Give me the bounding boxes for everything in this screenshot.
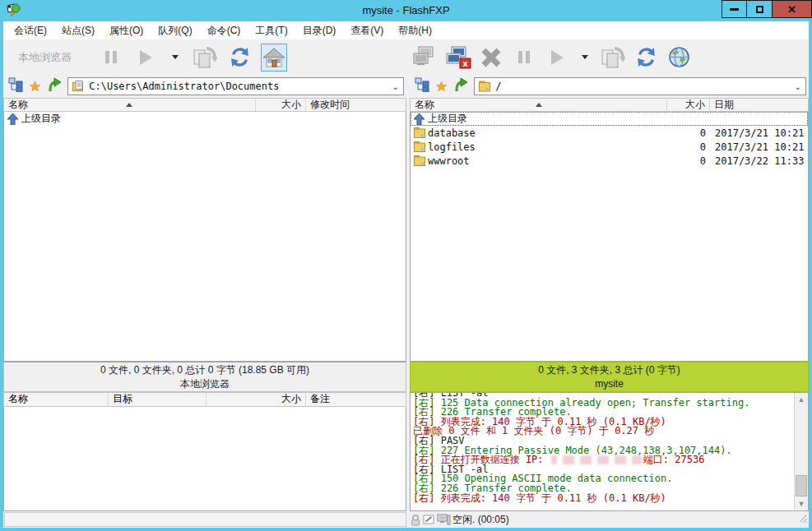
remote-path-value: / (495, 81, 790, 92)
local-pause-button[interactable] (98, 44, 124, 72)
disconnect-icon: x (445, 46, 471, 69)
local-file-list: 上级目录 (3, 112, 406, 362)
chevron-down-icon (582, 55, 588, 59)
refresh-icon (635, 46, 657, 68)
local-home-button[interactable] (261, 44, 287, 72)
folder-icon (479, 81, 491, 92)
remote-refresh-button[interactable] (633, 44, 659, 72)
queue-header: 名称 目标 大小 备注 (3, 392, 406, 407)
title-bar[interactable]: mysite - FlashFXP ✕ (0, 0, 812, 21)
local-tree-toggle-button[interactable] (8, 77, 23, 95)
maximize-button[interactable] (747, 0, 773, 18)
remote-abort-button[interactable] (478, 44, 504, 72)
remote-up-directory-button[interactable] (453, 77, 468, 95)
svg-text:x: x (462, 58, 468, 68)
globe-icon (668, 46, 690, 68)
local-status-title: 本地浏览器 (4, 377, 406, 391)
queue-column-name[interactable]: 名称 (4, 393, 109, 406)
statusbar-left-panel (4, 512, 406, 527)
local-status-counts: 0 文件, 0 文件夹, 0 总计 0 字节 (18.85 GB 可用) (4, 363, 406, 377)
scroll-up-icon[interactable]: ▲ (795, 393, 808, 406)
resize-grip[interactable] (798, 514, 808, 526)
notes-icon (423, 514, 435, 525)
local-path-value: C:\Users\Administrator\Documents (89, 81, 387, 92)
remote-status-panel: 0 文件, 3 文件夹, 3 总计 (0 字节) mysite (410, 362, 809, 392)
queue-column-target[interactable]: 目标 (109, 393, 206, 406)
remote-disconnect-button[interactable]: x (445, 44, 471, 72)
session-log[interactable]: [右] LIST -al [右] 125 Data connection alr… (410, 392, 809, 511)
remote-start-menu-button[interactable] (577, 44, 593, 72)
row-size: 0 (665, 127, 706, 139)
menu-queue[interactable]: 队列(Q) (151, 21, 199, 39)
local-column-size[interactable]: 大小 (256, 99, 306, 111)
remote-up-directory-row[interactable]: 上级目录 (411, 112, 808, 126)
row-label: wwwroot (428, 155, 665, 167)
local-up-directory-button[interactable] (47, 77, 62, 95)
menu-view[interactable]: 查看(V) (343, 21, 391, 39)
remote-pause-button[interactable] (511, 44, 537, 72)
local-column-date[interactable]: 修改时间 (306, 99, 406, 111)
close-icon: ✕ (787, 4, 796, 15)
local-status-panel: 0 文件, 0 文件夹, 0 总计 0 字节 (18.85 GB 可用) 本地浏… (3, 362, 406, 392)
star-icon: ★ (29, 79, 41, 95)
up-directory-icon (7, 113, 19, 125)
remote-file-row[interactable]: wwwroot 0 2017/3/22 11:33 (411, 154, 808, 168)
remote-tree-toggle-button[interactable] (415, 77, 429, 95)
local-favorites-button[interactable]: ★ (29, 80, 41, 94)
minimize-button[interactable] (722, 0, 747, 18)
log-scrollbar[interactable]: ▲ ▼ (794, 393, 808, 510)
connect-icon (412, 46, 438, 69)
up-directory-icon (413, 113, 425, 125)
local-refresh-button[interactable] (226, 44, 253, 72)
menu-tools[interactable]: 工具(T) (248, 21, 295, 39)
remote-connect-button[interactable] (412, 44, 438, 72)
remote-status-title: mysite (411, 377, 808, 391)
queue-column-size[interactable]: 大小 (206, 393, 306, 406)
remote-file-row[interactable]: logfiles 0 2017/3/21 10:21 (411, 140, 808, 154)
local-start-menu-button[interactable] (167, 44, 183, 72)
chevron-down-icon (172, 55, 179, 59)
home-icon (262, 47, 285, 68)
remote-file-row[interactable]: database 0 2017/3/21 10:21 (411, 126, 808, 140)
local-list-header: 名称 大小 修改时间 (3, 98, 406, 112)
abort-x-icon (480, 46, 503, 69)
menu-options[interactable]: 属性(O) (102, 21, 151, 39)
menu-help[interactable]: 帮助(H) (391, 21, 439, 39)
local-start-button[interactable] (132, 44, 159, 72)
remote-column-size[interactable]: 大小 (667, 99, 710, 111)
local-pane: ★ C:\Users\Administrator\Doc (3, 75, 406, 392)
remote-transfer-queue-button[interactable] (600, 44, 626, 72)
menu-session[interactable]: 会话(E) (7, 21, 54, 39)
play-icon (140, 50, 152, 65)
lock-icon (410, 514, 421, 526)
scroll-thumb[interactable] (796, 475, 807, 496)
remote-column-date[interactable]: 日期 (710, 99, 808, 111)
redacted-ip-block (551, 455, 642, 464)
remote-path-combobox[interactable]: / ⌄ (474, 77, 806, 95)
local-path-combobox[interactable]: C:\Users\Administrator\Documents ⌄ (67, 77, 404, 95)
pause-icon (105, 51, 117, 63)
local-path-row: ★ C:\Users\Administrator\Doc (3, 75, 406, 98)
queue-column-note[interactable]: 备注 (306, 393, 406, 406)
sort-asc-icon (536, 103, 542, 107)
row-date: 2017/3/21 10:21 (706, 141, 804, 153)
remote-site-button[interactable] (666, 44, 692, 72)
window-content: 会话(E) 站点(S) 属性(O) 队列(Q) 命令(C) 工具(T) 目录(D… (3, 21, 809, 528)
menu-sites[interactable]: 站点(S) (54, 21, 102, 39)
menu-commands[interactable]: 命令(C) (200, 21, 248, 39)
menu-directory[interactable]: 目录(D) (295, 21, 344, 39)
pause-icon (518, 51, 530, 63)
remote-favorites-button[interactable]: ★ (435, 80, 448, 94)
play-icon (551, 50, 564, 65)
combo-dropdown-icon[interactable]: ⌄ (392, 82, 399, 91)
minimize-icon (730, 8, 739, 11)
local-up-directory-row[interactable]: 上级目录 (4, 112, 406, 126)
combo-dropdown-icon[interactable]: ⌄ (795, 82, 801, 91)
scroll-down-icon[interactable]: ▼ (795, 497, 808, 510)
remote-pane: ★ / ⌄ 名称 (410, 75, 809, 392)
queue-list[interactable] (3, 407, 406, 511)
remote-start-button[interactable] (544, 44, 570, 72)
local-transfer-queue-button[interactable] (192, 44, 218, 72)
close-button[interactable]: ✕ (773, 0, 812, 18)
remote-status-counts: 0 文件, 3 文件夹, 3 总计 (0 字节) (411, 363, 808, 377)
